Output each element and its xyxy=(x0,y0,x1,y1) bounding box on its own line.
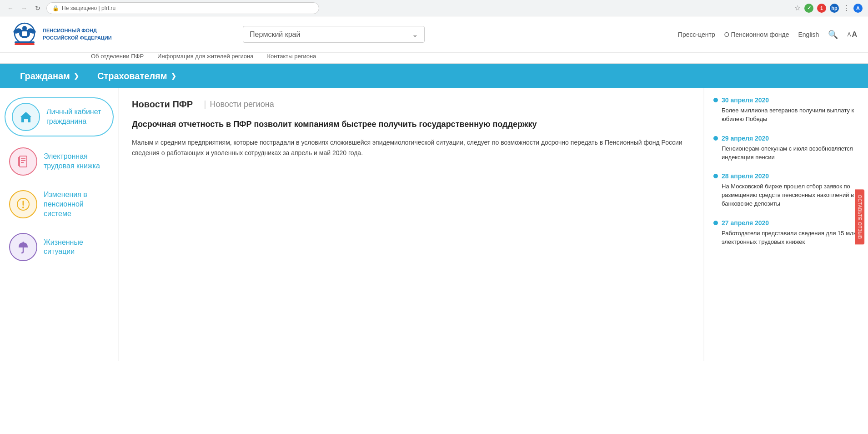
font-size-controls: A A xyxy=(847,30,857,39)
region-name: Пермский край xyxy=(250,30,300,39)
news-item-2: 29 апреля 2020 Пенсионерам-опекунам с ию… xyxy=(713,135,859,162)
news-date-4: 27 апреля 2020 xyxy=(713,219,859,227)
news-dot-4 xyxy=(713,221,718,225)
news-body: Малым и средним предприятиям, которые по… xyxy=(132,137,691,158)
extension-icon-2[interactable]: 1 xyxy=(817,4,826,13)
url-text: Не защищено | pfrf.ru xyxy=(62,5,115,11)
citizens-chevron-icon: ❯ xyxy=(74,72,79,80)
menu-icon[interactable]: ⋮ xyxy=(843,4,850,12)
umbrella-icon xyxy=(9,233,37,261)
sub-nav: Об отделении ПФР Информация для жителей … xyxy=(0,53,868,64)
font-size-small-button[interactable]: A xyxy=(847,31,851,38)
about-link[interactable]: О Пенсионном фонде xyxy=(724,31,789,38)
svg-rect-13 xyxy=(18,157,20,166)
main-nav: Гражданам ❯ Страхователям ❯ xyxy=(0,64,868,88)
news-date-1: 30 апреля 2020 xyxy=(713,96,859,104)
profile-icon[interactable]: A xyxy=(853,4,863,13)
address-bar[interactable]: 🔒 Не защищено | pfrf.ru xyxy=(46,2,319,14)
back-button[interactable]: ← xyxy=(5,3,15,13)
news-dot-2 xyxy=(713,136,718,141)
news-date-3: 28 апреля 2020 xyxy=(713,172,859,180)
logo-image xyxy=(11,22,38,47)
search-button[interactable]: 🔍 xyxy=(828,30,838,40)
life-situations-label: Жизненные ситуации xyxy=(44,238,109,257)
news-text-4[interactable]: Работодатели представили сведения для 15… xyxy=(713,229,859,247)
home-icon xyxy=(12,103,40,131)
pension-changes-label: Изменения в пенсионной системе xyxy=(44,190,109,218)
tab-divider: | xyxy=(204,99,206,110)
reload-button[interactable]: ↻ xyxy=(33,3,43,13)
sidebar-item-pension-changes[interactable]: Изменения в пенсионной системе xyxy=(5,187,114,222)
news-dot-1 xyxy=(713,98,718,102)
region-selector[interactable]: Пермский край ⌄ xyxy=(243,26,425,43)
news-text-2[interactable]: Пенсионерам-опекунам с июля возобновляет… xyxy=(713,145,859,162)
tab-news-pfr[interactable]: Новости ПФР xyxy=(132,99,200,110)
news-dot-3 xyxy=(713,174,718,178)
svg-rect-5 xyxy=(15,41,35,43)
insurers-label: Страхователям xyxy=(97,71,167,81)
font-size-large-button[interactable]: A xyxy=(852,30,857,39)
svg-rect-9 xyxy=(20,156,27,167)
site-header: ПЕНСИОННЫЙ ФОНД РОССИЙСКОЙ ФЕДЕРАЦИИ Пер… xyxy=(0,16,868,53)
main-content: Личный кабинет гражданина Электронная тр… xyxy=(0,88,868,361)
about-dept-link[interactable]: Об отделении ПФР xyxy=(91,53,144,60)
electronic-workbook-label: Электронная трудовая книжка xyxy=(44,152,109,171)
insurers-chevron-icon: ❯ xyxy=(171,72,176,80)
sidebar-item-electronic-workbook[interactable]: Электронная трудовая книжка xyxy=(5,144,114,179)
svg-rect-7 xyxy=(22,31,27,36)
browser-icons: ☆ ✓ 1 hp ⋮ A xyxy=(794,4,863,13)
svg-rect-8 xyxy=(25,119,27,122)
svg-rect-6 xyxy=(15,43,35,45)
news-item-1: 30 апреля 2020 Более миллиона ветеранов … xyxy=(713,96,859,124)
insurers-nav-item[interactable]: Страхователям ❯ xyxy=(88,64,186,88)
sidebar: Личный кабинет гражданина Электронная тр… xyxy=(0,88,118,361)
exclamation-icon xyxy=(9,190,37,218)
svg-point-4 xyxy=(22,26,27,30)
contacts-link[interactable]: Контакты региона xyxy=(267,53,316,60)
news-item-4: 27 апреля 2020 Работодатели представили … xyxy=(713,219,859,247)
browser-bar: ← → ↻ 🔒 Не защищено | pfrf.ru ☆ ✓ 1 hp ⋮… xyxy=(0,0,868,16)
forward-button[interactable]: → xyxy=(19,3,29,13)
logo-area: ПЕНСИОННЫЙ ФОНД РОССИЙСКОЙ ФЕДЕРАЦИИ xyxy=(11,22,112,47)
bookmark-icon[interactable]: ☆ xyxy=(794,4,801,12)
citizens-nav-item[interactable]: Гражданам ❯ xyxy=(11,64,88,88)
tab-news-region[interactable]: Новости региона xyxy=(210,100,274,109)
svg-point-18 xyxy=(23,242,24,243)
sidebar-item-life-situations[interactable]: Жизненные ситуации xyxy=(5,229,114,265)
news-title: Досрочная отчетность в ПФР позволит комп… xyxy=(132,119,691,130)
extension-icon-1[interactable]: ✓ xyxy=(804,4,813,13)
info-residents-link[interactable]: Информация для жителей региона xyxy=(157,53,253,60)
feedback-tab[interactable]: ОСТАВЬТЕ ОТЗЫВ xyxy=(855,189,864,244)
citizens-label: Гражданам xyxy=(20,71,70,81)
top-nav: Пресс-центр О Пенсионном фонде English 🔍… xyxy=(678,30,857,40)
press-center-link[interactable]: Пресс-центр xyxy=(678,31,715,38)
news-item-3: 28 апреля 2020 На Московской бирже проше… xyxy=(713,172,859,208)
news-date-2: 29 апреля 2020 xyxy=(713,135,859,142)
lock-icon: 🔒 xyxy=(52,5,59,11)
svg-point-16 xyxy=(22,207,24,208)
news-text-3[interactable]: На Московской бирже прошел отбор заявок … xyxy=(713,182,859,208)
extension-icon-3[interactable]: hp xyxy=(830,4,839,13)
english-link[interactable]: English xyxy=(798,31,819,38)
news-tabs: Новости ПФР | Новости региона xyxy=(132,99,691,110)
news-text-1[interactable]: Более миллиона ветеранов получили выплат… xyxy=(713,106,859,124)
sidebar-item-personal-cabinet[interactable]: Личный кабинет гражданина xyxy=(5,97,114,136)
chevron-down-icon: ⌄ xyxy=(412,30,418,39)
right-sidebar: 30 апреля 2020 Более миллиона ветеранов … xyxy=(704,88,868,361)
logo-text: ПЕНСИОННЫЙ ФОНД РОССИЙСКОЙ ФЕДЕРАЦИИ xyxy=(43,27,112,41)
personal-cabinet-label: Личный кабинет гражданина xyxy=(46,107,106,126)
center-content: Новости ПФР | Новости региона Досрочная … xyxy=(119,88,703,361)
workbook-icon xyxy=(9,147,37,176)
svg-rect-15 xyxy=(23,201,24,206)
